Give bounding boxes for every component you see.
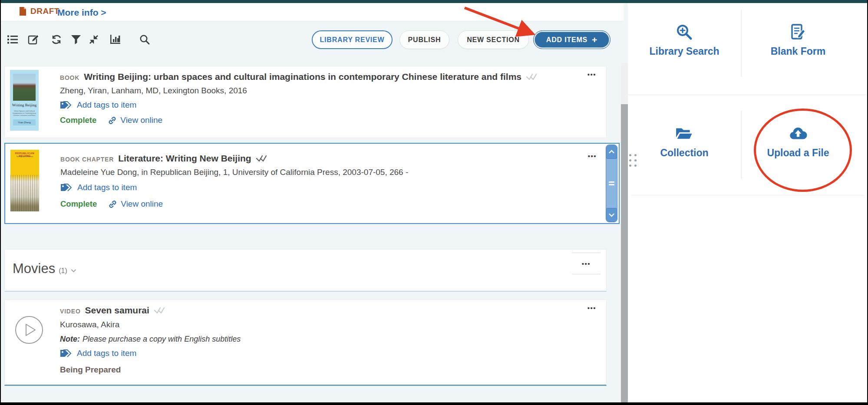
- item-menu-button[interactable]: •••: [583, 71, 601, 78]
- cover-photo: [13, 74, 36, 101]
- section-title: Movies: [13, 261, 55, 277]
- item-meta: Kurosawa, Akira: [60, 320, 580, 329]
- item-title: Seven samurai: [85, 305, 149, 316]
- cover-illustration: [10, 175, 39, 211]
- divider: [628, 95, 867, 95]
- chart-icon[interactable]: [109, 34, 121, 45]
- scrollbar-thumb[interactable]: [621, 104, 628, 403]
- section-menu-button[interactable]: •••: [572, 253, 601, 274]
- status-badge: Complete: [60, 199, 97, 209]
- scrollbar-grip[interactable]: [609, 181, 614, 187]
- chevron-down-icon: [609, 213, 614, 217]
- item-type-label: VIDEO: [60, 308, 81, 315]
- library-search-action[interactable]: Library Search: [628, 24, 741, 57]
- view-online-link[interactable]: View online: [108, 115, 162, 125]
- item-note: Note:Please purchase a copy with English…: [60, 335, 580, 344]
- publish-button[interactable]: PUBLISH: [399, 30, 449, 49]
- blank-form-action[interactable]: Blank Form: [742, 24, 855, 57]
- compress-icon[interactable]: [88, 34, 99, 45]
- item-meta: Zheng, Yiran, Lanham, MD, Lexington Book…: [60, 86, 580, 95]
- tag-icon: [60, 183, 72, 192]
- book-cover-thumbnail: Writing Beijing Urban Spaces and Cultura…: [10, 70, 39, 131]
- book-cover-thumbnail: REPUBLICAN BEIJING The City and Its Hist…: [10, 150, 39, 211]
- plus-icon: +: [592, 35, 597, 44]
- review-check-icon: [526, 73, 537, 81]
- edit-icon[interactable]: [28, 34, 39, 45]
- item-meta: Madeleine Yue Dong, in Republican Beijin…: [60, 168, 593, 177]
- status-badge: Being Prepared: [60, 365, 121, 374]
- section-header: Movies (1) •••: [4, 249, 607, 292]
- list-item[interactable]: Writing Beijing Urban Spaces and Cultura…: [4, 66, 607, 138]
- item-type-label: BOOK: [60, 74, 79, 81]
- library-review-button[interactable]: LIBRARY REVIEW: [312, 30, 393, 49]
- library-search-icon: [675, 24, 693, 40]
- review-check-icon: [154, 306, 165, 314]
- scroll-up-button[interactable]: [606, 145, 617, 159]
- add-tags-link[interactable]: Add tags to item: [60, 349, 580, 358]
- top-teal-bar: [0, 0, 868, 3]
- list-item[interactable]: VIDEO Seven samurai Kurosawa, Akira Note…: [4, 300, 607, 386]
- item-menu-button[interactable]: •••: [584, 152, 601, 160]
- blank-form-icon: [789, 24, 807, 40]
- view-online-link[interactable]: View online: [108, 199, 163, 209]
- item-type-label: BOOK CHAPTER: [60, 156, 114, 163]
- filter-icon[interactable]: [70, 34, 82, 45]
- annotation-red-arrow: [452, 3, 547, 44]
- add-tags-link[interactable]: Add tags to item: [60, 100, 580, 110]
- review-check-icon: [256, 155, 267, 162]
- link-icon: [108, 116, 117, 125]
- more-info-link[interactable]: More info >: [57, 7, 106, 18]
- sync-icon[interactable]: [51, 34, 62, 45]
- list-item-selected[interactable]: REPUBLICAN BEIJING The City and Its Hist…: [4, 143, 620, 224]
- video-thumbnail: [10, 304, 48, 356]
- list-icon[interactable]: [7, 34, 18, 45]
- item-scrollbar[interactable]: [606, 145, 617, 222]
- status-badge: Complete: [60, 115, 96, 125]
- window-edge: [0, 0, 1, 405]
- chevron-down-icon[interactable]: [71, 269, 76, 273]
- add-tags-link[interactable]: Add tags to item: [60, 183, 593, 192]
- collection-action[interactable]: Collection: [628, 125, 741, 159]
- link-icon: [108, 200, 117, 209]
- reading-list-app: DRAFT More info > LIBRARY REVIEW PUBLISH: [0, 0, 868, 405]
- item-title: Literature: Writing New Beijing: [118, 153, 251, 164]
- section-item-count: (1): [59, 267, 67, 275]
- scrollbar-track[interactable]: [621, 63, 628, 403]
- chevron-up-icon: [609, 150, 614, 154]
- annotation-red-circle: [754, 109, 852, 192]
- tag-icon: [60, 100, 71, 110]
- divider: [631, 195, 864, 195]
- search-icon[interactable]: [139, 34, 150, 45]
- draft-status: DRAFT: [19, 7, 59, 16]
- scroll-down-button[interactable]: [606, 208, 617, 222]
- item-title: Writing Beijing: urban spaces and cultur…: [84, 72, 521, 82]
- collection-icon: [675, 125, 693, 142]
- item-menu-button[interactable]: •••: [583, 304, 601, 312]
- draft-document-icon: [19, 7, 26, 16]
- add-items-panel: Library Search Blank Form Collection: [628, 3, 867, 403]
- play-icon: [14, 315, 44, 345]
- draft-badge: DRAFT: [30, 7, 59, 16]
- tag-icon: [60, 349, 71, 358]
- window-edge: [0, 402, 868, 405]
